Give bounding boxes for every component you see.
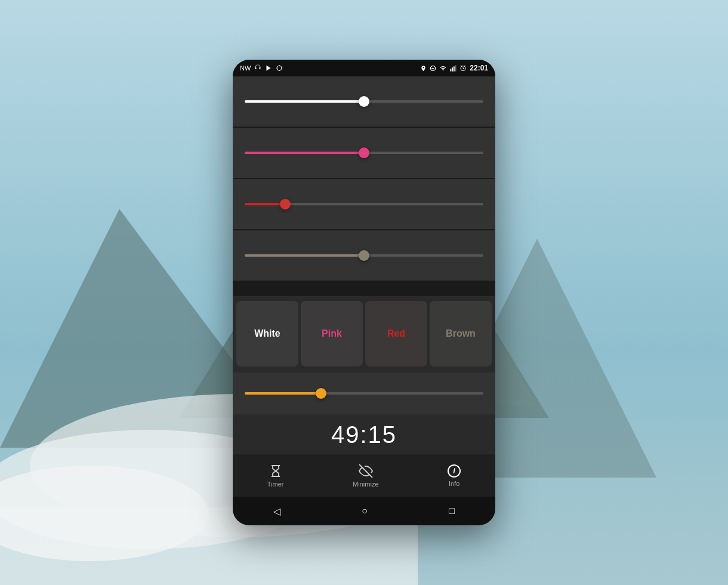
pink-color-button[interactable]: Pink bbox=[301, 301, 363, 367]
home-button[interactable]: ○ bbox=[350, 501, 380, 521]
svg-rect-19 bbox=[452, 67, 454, 71]
location-icon bbox=[420, 65, 427, 72]
red-color-button[interactable]: Red bbox=[365, 301, 427, 367]
info-nav-label: Info bbox=[449, 480, 459, 487]
svg-line-23 bbox=[461, 66, 462, 67]
phone-frame: NW 22:01 bbox=[233, 60, 495, 525]
white-slider-fill bbox=[245, 100, 364, 103]
red-slider-thumb[interactable] bbox=[280, 199, 291, 210]
svg-rect-18 bbox=[451, 68, 452, 71]
brown-slider-row[interactable] bbox=[233, 230, 495, 281]
recents-button[interactable]: □ bbox=[437, 501, 467, 521]
orange-slider-row[interactable] bbox=[233, 372, 495, 414]
time-display: 22:01 bbox=[470, 64, 488, 72]
brown-slider-track[interactable] bbox=[245, 254, 483, 257]
white-slider-thumb[interactable] bbox=[359, 96, 369, 107]
red-btn-label: Red bbox=[387, 328, 405, 339]
svg-line-24 bbox=[465, 66, 466, 67]
wifi-icon bbox=[439, 65, 447, 72]
timer-nav-label: Timer bbox=[267, 481, 284, 488]
svg-rect-21 bbox=[455, 65, 456, 71]
sliders-section bbox=[233, 76, 495, 296]
white-btn-label: White bbox=[254, 328, 280, 339]
brown-slider-fill bbox=[245, 254, 364, 257]
info-icon: i bbox=[448, 464, 461, 478]
minimize-nav-item[interactable]: Minimize bbox=[353, 464, 378, 488]
pink-slider-thumb[interactable] bbox=[359, 147, 369, 158]
app-body: White Pink Red Brown 49:15 bbox=[233, 76, 495, 497]
brown-slider-thumb[interactable] bbox=[359, 250, 369, 261]
pink-slider-track[interactable] bbox=[245, 152, 483, 154]
alarm-icon bbox=[459, 64, 467, 72]
back-button[interactable]: ◁ bbox=[261, 501, 292, 522]
svg-marker-10 bbox=[267, 66, 271, 71]
red-slider-fill bbox=[245, 203, 285, 205]
carrier-text: NW bbox=[240, 64, 251, 72]
red-slider-row[interactable] bbox=[233, 179, 495, 229]
timer-display: 49:15 bbox=[233, 415, 495, 454]
white-slider-row[interactable] bbox=[233, 76, 495, 127]
red-slider-track[interactable] bbox=[245, 203, 483, 205]
brown-btn-label: Brown bbox=[446, 328, 476, 339]
minus-icon bbox=[430, 65, 436, 72]
status-right-icons: 22:01 bbox=[420, 64, 488, 72]
status-bar: NW 22:01 bbox=[233, 60, 495, 76]
status-left-icons: NW bbox=[240, 64, 283, 72]
signal-icon bbox=[450, 65, 456, 72]
timer-text: 49:15 bbox=[331, 421, 397, 448]
svg-point-11 bbox=[277, 66, 282, 70]
target-icon bbox=[276, 64, 283, 72]
brown-color-button[interactable]: Brown bbox=[430, 301, 492, 367]
timer-nav-item[interactable]: Timer bbox=[267, 464, 284, 488]
pink-slider-fill bbox=[245, 152, 364, 154]
white-slider-track[interactable] bbox=[245, 100, 483, 103]
play-icon bbox=[265, 64, 272, 72]
info-nav-item[interactable]: i Info bbox=[448, 464, 461, 487]
orange-slider-thumb[interactable] bbox=[316, 388, 326, 399]
pink-btn-label: Pink bbox=[322, 328, 342, 339]
white-color-button[interactable]: White bbox=[236, 301, 298, 367]
svg-rect-20 bbox=[454, 66, 455, 71]
hourglass-icon bbox=[269, 464, 283, 478]
orange-slider-fill bbox=[245, 392, 321, 395]
android-nav-bar: ◁ ○ □ bbox=[233, 497, 495, 525]
orange-slider-track[interactable] bbox=[245, 392, 483, 395]
headset-icon bbox=[254, 64, 261, 72]
bottom-nav: Timer Minimize i Info bbox=[233, 454, 495, 497]
color-buttons-section: White Pink Red Brown bbox=[233, 296, 495, 371]
eye-off-icon bbox=[359, 464, 373, 478]
minimize-nav-label: Minimize bbox=[353, 481, 378, 488]
pink-slider-row[interactable] bbox=[233, 128, 495, 178]
